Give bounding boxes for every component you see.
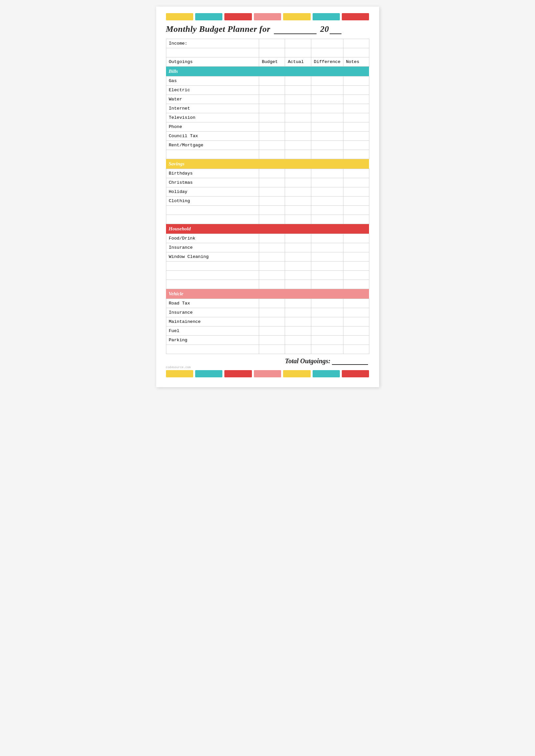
total-outgoings: Total Outgoings: xyxy=(166,357,369,365)
savings-category: Savings xyxy=(166,159,369,169)
col-budget: Budget xyxy=(259,57,285,67)
table-row: Fuel xyxy=(166,327,369,336)
bottom-teal-block xyxy=(195,370,222,377)
pink-block xyxy=(254,13,281,20)
total-label: Total Outgoings: xyxy=(285,357,331,364)
table-row: Parking xyxy=(166,336,369,345)
table-row: Food/Drink xyxy=(166,234,369,243)
empty-row-savings-2 xyxy=(166,215,369,224)
table-row: Insurance xyxy=(166,308,369,317)
bottom-yellow-block xyxy=(166,370,193,377)
empty-row-savings-1 xyxy=(166,206,369,215)
empty-row-household-1 xyxy=(166,262,369,271)
bottom-yellow2-block xyxy=(283,370,310,377)
table-row: Phone xyxy=(166,122,369,131)
table-row: Insurance xyxy=(166,243,369,252)
bottom-red2-block xyxy=(342,370,369,377)
red2-block xyxy=(342,13,369,20)
year-prefix: 20 xyxy=(320,24,329,34)
teal-block xyxy=(195,13,222,20)
table-row: Birthdays xyxy=(166,169,369,178)
page: Monthly Budget Planner for 20 Income: xyxy=(156,7,379,387)
income-diff xyxy=(311,39,343,48)
color-bar-top xyxy=(166,13,369,20)
bottom-red-block xyxy=(224,370,252,377)
teal2-block xyxy=(313,13,340,20)
col-actual: Actual xyxy=(285,57,311,67)
household-category: Household xyxy=(166,224,369,234)
household-header-row: Household xyxy=(166,224,369,234)
empty-row-household-2 xyxy=(166,271,369,280)
income-notes xyxy=(343,39,369,48)
title-text: Monthly Budget Planner for xyxy=(166,24,270,34)
table-row: Holiday xyxy=(166,188,369,196)
income-actual xyxy=(285,39,311,48)
name-line xyxy=(274,34,317,34)
watermark: cod4source.com xyxy=(166,366,191,369)
table-row: Rent/Mortgage xyxy=(166,141,369,150)
table-row: Christmas xyxy=(166,178,369,188)
red-block xyxy=(224,13,252,20)
bottom-teal2-block xyxy=(313,370,340,377)
empty-row-vehicle xyxy=(166,345,369,354)
bills-category: Bills xyxy=(166,67,369,76)
income-row: Income: xyxy=(166,39,369,48)
table-row: Road Tax xyxy=(166,299,369,308)
year-line xyxy=(330,34,342,34)
income-budget xyxy=(259,39,285,48)
total-value-line xyxy=(332,364,368,365)
empty-row-bills xyxy=(166,150,369,159)
col-notes: Notes xyxy=(343,57,369,67)
yellow2-block xyxy=(283,13,310,20)
table-row: Window Cleaning xyxy=(166,252,369,262)
income-label: Income: xyxy=(166,39,259,48)
vehicle-category: Vehicle xyxy=(166,289,369,299)
col-difference: Difference xyxy=(311,57,343,67)
table-row: Maintainence xyxy=(166,317,369,327)
bills-header-row: Bills xyxy=(166,67,369,76)
savings-header-row: Savings xyxy=(166,159,369,169)
bottom-pink-block xyxy=(254,370,281,377)
table-row: Water xyxy=(166,95,369,104)
vehicle-header-row: Vehicle xyxy=(166,289,369,299)
color-bar-bottom xyxy=(166,370,369,377)
table-row: Clothing xyxy=(166,196,369,206)
budget-table: Income: Outgoings Budget Actual Differen… xyxy=(166,39,369,354)
table-row: Television xyxy=(166,113,369,122)
table-row: Council Tax xyxy=(166,131,369,141)
yellow-block xyxy=(166,13,193,20)
col-outgoings: Outgoings xyxy=(166,57,259,67)
table-row: Internet xyxy=(166,104,369,113)
page-title: Monthly Budget Planner for 20 xyxy=(166,24,369,34)
empty-row-household-3 xyxy=(166,280,369,289)
table-row: Gas xyxy=(166,76,369,86)
table-row: Electric xyxy=(166,86,369,95)
empty-row-1 xyxy=(166,48,369,57)
column-header-row: Outgoings Budget Actual Difference Notes xyxy=(166,57,369,67)
